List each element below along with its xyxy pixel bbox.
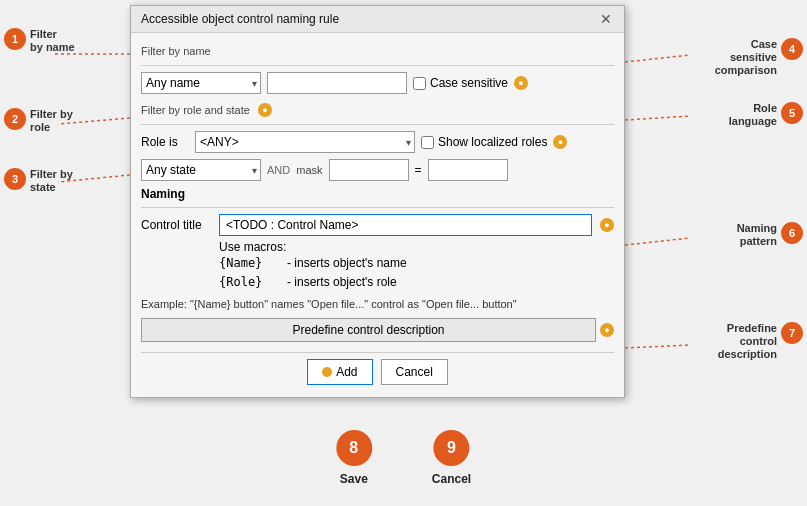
dialog-title: Accessible object control naming rule bbox=[141, 12, 339, 26]
show-localized-label[interactable]: Show localized roles bbox=[421, 135, 547, 149]
control-title-label: Control title bbox=[141, 218, 211, 232]
add-label: Add bbox=[336, 365, 357, 379]
use-macros-label: Use macros: bbox=[219, 240, 286, 254]
save-btn-group: 8 Save bbox=[336, 430, 372, 486]
case-sensitive-info-dot[interactable]: ● bbox=[514, 76, 528, 90]
dialog: Accessible object control naming rule ✕ … bbox=[130, 5, 625, 398]
mask-label: mask bbox=[296, 164, 322, 176]
annotation-predefine: 7 Predefine control description bbox=[718, 322, 803, 362]
and-label: AND bbox=[267, 164, 290, 176]
label-predefine: Predefine control description bbox=[718, 322, 777, 362]
annotation-filter-by-role: 2 Filter by role bbox=[4, 108, 73, 134]
mask-value-input[interactable] bbox=[428, 159, 508, 181]
annotation-filter-by-state: 3 Filter by state bbox=[4, 168, 73, 194]
svg-line-3 bbox=[625, 55, 690, 62]
badge-6: 6 bbox=[781, 222, 803, 244]
naming-pattern-info-dot[interactable]: ● bbox=[600, 218, 614, 232]
divider-3 bbox=[141, 207, 614, 208]
badge-7: 7 bbox=[781, 322, 803, 344]
annotation-case-sensitive: 4 Case sensitive comparison bbox=[715, 38, 803, 78]
annotation-role-language: 5 Role language bbox=[729, 102, 803, 128]
predefine-info-dot[interactable]: ● bbox=[600, 323, 614, 337]
annotation-naming-pattern: 6 Naming pattern bbox=[737, 222, 803, 248]
annotation-filter-by-name: 1 Filter by name bbox=[4, 28, 75, 54]
save-label: Save bbox=[340, 472, 368, 486]
svg-line-5 bbox=[625, 238, 690, 245]
macro-role-desc: - inserts object's role bbox=[287, 273, 397, 292]
svg-line-6 bbox=[625, 345, 690, 348]
predefine-button[interactable]: Predefine control description bbox=[141, 318, 596, 342]
role-select[interactable]: <ANY> bbox=[195, 131, 415, 153]
badge-4: 4 bbox=[781, 38, 803, 60]
mask-input[interactable] bbox=[329, 159, 409, 181]
cancel-btn-group: 9 Cancel bbox=[432, 430, 471, 486]
cancel-badge-button[interactable]: 9 bbox=[433, 430, 469, 466]
filter-name-header: Filter by name bbox=[141, 41, 614, 61]
filter-name-select[interactable]: Any name bbox=[141, 72, 261, 94]
filter-name-row: Any name Case sensitive ● bbox=[141, 72, 614, 94]
filter-role-label: Filter by role and state bbox=[141, 104, 250, 116]
bottom-buttons: 8 Save 9 Cancel bbox=[336, 430, 471, 486]
example-text: Example: "{Name} button" names "Open fil… bbox=[141, 298, 614, 310]
label-naming-pattern: Naming pattern bbox=[737, 222, 777, 248]
naming-title: Naming bbox=[141, 187, 614, 201]
naming-section: Naming Control title ● Use macros: {Name… bbox=[141, 187, 614, 310]
cancel-label: Cancel bbox=[432, 472, 471, 486]
example-label: Example: bbox=[141, 298, 187, 310]
role-select-wrapper: <ANY> bbox=[195, 131, 415, 153]
macro-row-role: {Role} - inserts object's role bbox=[219, 273, 614, 292]
state-select[interactable]: Any state bbox=[141, 159, 261, 181]
role-language-info-dot[interactable]: ● bbox=[553, 135, 567, 149]
filter-name-input[interactable] bbox=[267, 72, 407, 94]
example-value: "{Name} button" names "Open file..." con… bbox=[190, 298, 517, 310]
badge-2: 2 bbox=[4, 108, 26, 130]
dialog-footer: Add Cancel bbox=[141, 352, 614, 389]
badge-1: 1 bbox=[4, 28, 26, 50]
filter-role-header: Filter by role and state ● bbox=[141, 100, 614, 120]
control-title-input[interactable] bbox=[219, 214, 592, 236]
filter-name-label: Filter by name bbox=[141, 45, 211, 57]
label-filter-name: Filter by name bbox=[30, 28, 75, 54]
divider-2 bbox=[141, 124, 614, 125]
eq-label: = bbox=[415, 163, 422, 177]
show-localized-checkbox[interactable] bbox=[421, 136, 434, 149]
badge-5: 5 bbox=[781, 102, 803, 124]
close-button[interactable]: ✕ bbox=[598, 12, 614, 26]
add-icon bbox=[322, 367, 332, 377]
label-role-language: Role language bbox=[729, 102, 777, 128]
filter-state-row: Any state AND mask = bbox=[141, 159, 614, 181]
case-sensitive-text: Case sensitive bbox=[430, 76, 508, 90]
control-title-row: Control title ● bbox=[141, 214, 614, 236]
cancel-button[interactable]: Cancel bbox=[381, 359, 448, 385]
show-localized-text: Show localized roles bbox=[438, 135, 547, 149]
dialog-titlebar: Accessible object control naming rule ✕ bbox=[131, 6, 624, 33]
predefine-row: Predefine control description ● bbox=[141, 318, 614, 342]
case-sensitive-label[interactable]: Case sensitive bbox=[413, 76, 508, 90]
filter-role-info-dot[interactable]: ● bbox=[258, 103, 272, 117]
macro-name-desc: - inserts object's name bbox=[287, 254, 407, 273]
badge-3: 3 bbox=[4, 168, 26, 190]
macro-row-name: {Name} - inserts object's name bbox=[219, 254, 614, 273]
role-is-label: Role is bbox=[141, 135, 189, 149]
macro-role-key: {Role} bbox=[219, 273, 279, 292]
dialog-body: Filter by name Any name Case sensitive ●… bbox=[131, 33, 624, 397]
macros-section: Use macros: {Name} - inserts object's na… bbox=[219, 240, 614, 292]
add-button[interactable]: Add bbox=[307, 359, 372, 385]
filter-role-row: Role is <ANY> Show localized roles ● bbox=[141, 131, 614, 153]
macro-name-key: {Name} bbox=[219, 254, 279, 273]
divider-1 bbox=[141, 65, 614, 66]
case-sensitive-checkbox[interactable] bbox=[413, 77, 426, 90]
label-filter-role: Filter by role bbox=[30, 108, 73, 134]
save-badge-button[interactable]: 8 bbox=[336, 430, 372, 466]
label-filter-state: Filter by state bbox=[30, 168, 73, 194]
svg-line-4 bbox=[625, 116, 690, 120]
state-select-wrapper: Any state bbox=[141, 159, 261, 181]
label-case-sensitive: Case sensitive comparison bbox=[715, 38, 777, 78]
filter-name-select-wrapper: Any name bbox=[141, 72, 261, 94]
